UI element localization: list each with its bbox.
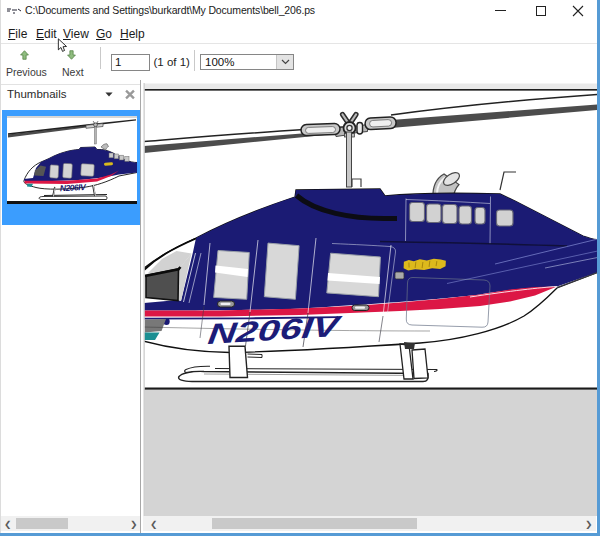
svg-text:N206IV: N206IV: [60, 182, 88, 193]
